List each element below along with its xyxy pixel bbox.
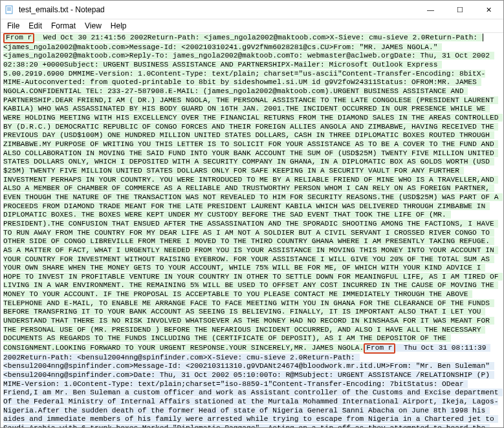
titlebar: test_emails.txt - Notepad — ☐ ✕ [1,1,503,19]
menubar: File Edit Format View Help [1,19,503,33]
menu-help[interactable]: Help [107,21,131,31]
minimize-button[interactable]: — [416,1,445,19]
email1-body: <james_ngola2002@maktoob.com>Message-Id:… [3,43,503,352]
menu-file[interactable]: File [3,21,23,31]
minimize-icon: — [427,6,434,14]
from-highlight-1: From r [3,33,34,43]
close-icon: ✕ [486,6,492,14]
from-highlight-2: From r [364,343,395,354]
text-caret [483,34,483,41]
close-button[interactable]: ✕ [474,1,503,19]
notepad-icon [5,5,15,15]
svg-rect-0 [6,6,12,14]
window-title: test_emails.txt - Notepad [19,5,105,14]
email1-line1: Wed Oct 30 21:41:56 2002Return-Path: <ja… [34,34,482,41]
maximize-icon: ☐ [457,6,463,14]
notepad-window: test_emails.txt - Notepad — ☐ ✕ File Edi… [0,0,504,428]
maximize-button[interactable]: ☐ [445,1,474,19]
menu-format[interactable]: Format [47,21,80,31]
email2-body: Thu Oct 31 08:11:39 2002Return-Path: <be… [3,344,503,427]
menu-view[interactable]: View [81,21,105,31]
window-controls: — ☐ ✕ [416,1,503,19]
menu-edit[interactable]: Edit [25,21,46,31]
text-area[interactable]: From r Wed Oct 30 21:41:56 2002Return-Pa… [1,33,503,427]
